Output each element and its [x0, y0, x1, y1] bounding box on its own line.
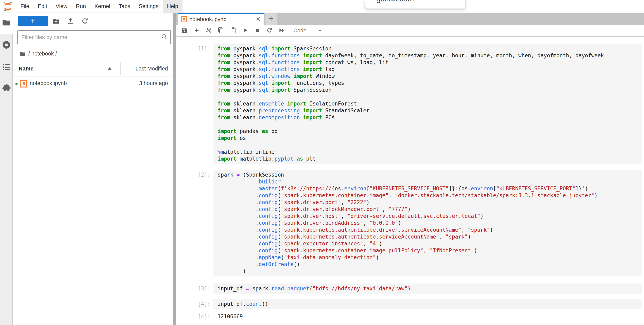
refresh-button[interactable]: [81, 17, 89, 25]
sidebar-tab-table-of-contents[interactable]: [2, 63, 11, 72]
breadcrumb-path: / notebook /: [28, 51, 57, 57]
restart-kernel-icon: [266, 27, 273, 34]
menu-item-settings[interactable]: Settings: [134, 0, 163, 13]
menu-item-view[interactable]: View: [52, 0, 72, 13]
puzzle-icon: [2, 90, 11, 93]
code-cell: [4]:input_df.count(): [176, 299, 644, 309]
menu-item-file[interactable]: File: [16, 0, 34, 13]
insert-cell-button[interactable]: [190, 26, 203, 36]
breadcrumb[interactable]: / notebook /: [13, 47, 57, 60]
filter-box: [18, 30, 171, 44]
new-folder-icon: [52, 23, 60, 26]
plus-icon: [30, 22, 36, 25]
paste-cells-button[interactable]: [227, 26, 239, 36]
menu-items: FileEditViewRunKernelTabsSettingsHelp: [16, 0, 182, 13]
file-name: notebook.ipynb: [30, 80, 67, 87]
panel-splitter[interactable]: [173, 13, 176, 325]
file-browser-panel: / notebook / Name Last Modified notebook…: [13, 13, 173, 325]
code-cell: [1]:from pyspark.sql import SparkSession…: [176, 44, 644, 164]
sidebar-tab-running-kernels[interactable]: [2, 40, 11, 49]
activity-bar: [0, 34, 13, 325]
upload-icon: [66, 23, 74, 26]
folder-icon: [2, 24, 11, 28]
file-modified: 3 hours ago: [139, 80, 168, 87]
notebook-dock-panel: notebook.ipynb Code [1]:from pyspark.sql…: [176, 13, 644, 325]
stop-kernel-button[interactable]: [251, 26, 264, 36]
input-prompt: [4]:: [176, 299, 214, 307]
notebook-toolbar: Code: [176, 25, 644, 37]
menu-bar: FileEditViewRunKernelTabsSettingsHelp: [0, 0, 644, 13]
save-icon: [181, 27, 188, 34]
cell-editor[interactable]: input_df = spark.read.parquet("hdfs://hd…: [214, 283, 642, 294]
copy-cells-button[interactable]: [215, 26, 227, 36]
stop-circle-icon: [2, 47, 11, 50]
column-header-modified[interactable]: Last Modified: [135, 66, 168, 72]
browser-popup: github.com: [365, 0, 466, 9]
notebook-file-icon: [181, 16, 187, 23]
notebook-tab[interactable]: notebook.ipynb: [178, 13, 264, 25]
cut-cells-button[interactable]: [203, 26, 215, 36]
cell-editor[interactable]: input_df.count(): [214, 299, 642, 309]
restart-kernel-button[interactable]: [264, 26, 276, 36]
file-browser-toolbar: [13, 16, 173, 27]
run-all-cells-button[interactable]: [276, 26, 288, 36]
run-cell-button[interactable]: [239, 26, 251, 36]
output-text: 12106669: [214, 311, 644, 320]
sort-ascending-icon[interactable]: [108, 67, 112, 70]
toc-icon: [2, 69, 11, 72]
refresh-icon: [81, 23, 89, 26]
notebook-file-icon: [20, 80, 27, 88]
dock-tab-bar: notebook.ipynb: [176, 13, 644, 25]
input-prompt: [3]:: [176, 283, 214, 292]
notebook-content: [1]:from pyspark.sql import SparkSession…: [176, 37, 644, 325]
save-button[interactable]: [178, 26, 190, 36]
column-divider: [120, 62, 120, 75]
run-all-cells-icon: [278, 27, 285, 34]
input-prompt: [2]:: [176, 170, 214, 178]
file-list-header: Name Last Modified: [13, 61, 173, 77]
folder-icon: [20, 51, 26, 57]
output-area: [4]:12106669: [176, 311, 644, 320]
cut-cells-icon: [206, 27, 212, 34]
output-prompt: [4]:: [176, 311, 214, 320]
file-listing: notebook.ipynb3 hours ago: [13, 77, 173, 91]
upload-button[interactable]: [66, 17, 74, 25]
sidebar-tab-extensions[interactable]: [2, 83, 11, 92]
run-cell-icon: [242, 27, 248, 34]
paste-cells-icon: [230, 27, 236, 34]
cell-type-dropdown[interactable]: Code: [292, 27, 324, 34]
cell-list: [1]:from pyspark.sql import SparkSession…: [176, 37, 644, 320]
new-launcher-button[interactable]: [18, 16, 48, 26]
file-row[interactable]: notebook.ipynb3 hours ago: [13, 77, 173, 91]
input-prompt: [1]:: [176, 44, 214, 52]
menu-item-tabs[interactable]: Tabs: [114, 0, 134, 13]
menu-item-help[interactable]: Help: [163, 0, 182, 13]
filter-files-input[interactable]: [18, 31, 170, 44]
new-tab-button[interactable]: [266, 13, 277, 25]
insert-cell-icon: [194, 27, 200, 34]
popup-text: github.com: [376, 0, 414, 3]
menu-item-kernel[interactable]: Kernel: [90, 0, 114, 13]
search-icon: [161, 34, 168, 40]
notebook-tab-label: notebook.ipynb: [190, 16, 254, 23]
code-cell: [3]:input_df = spark.read.parquet("hdfs:…: [176, 283, 644, 294]
chevron-down-icon: [306, 28, 323, 34]
menu-item-edit[interactable]: Edit: [34, 0, 52, 13]
cell-editor[interactable]: from pyspark.sql import SparkSessionfrom…: [214, 44, 642, 164]
cell-type-value: Code: [293, 28, 306, 34]
stop-kernel-icon: [254, 27, 260, 34]
sidebar-tab-file-browser[interactable]: [2, 18, 11, 27]
copy-cells-icon: [218, 27, 224, 34]
code-cell: [2]:spark = (SparkSession .builder .mast…: [176, 170, 644, 276]
jupyter-logo-icon: [3, 1, 13, 12]
kernel-running-dot: [16, 83, 18, 85]
new-folder-button[interactable]: [52, 17, 60, 25]
column-header-name[interactable]: Name: [18, 66, 34, 72]
cell-editor[interactable]: spark = (SparkSession .builder .master(f…: [214, 170, 642, 276]
close-tab-icon[interactable]: [254, 16, 262, 23]
menu-item-run[interactable]: Run: [72, 0, 90, 13]
